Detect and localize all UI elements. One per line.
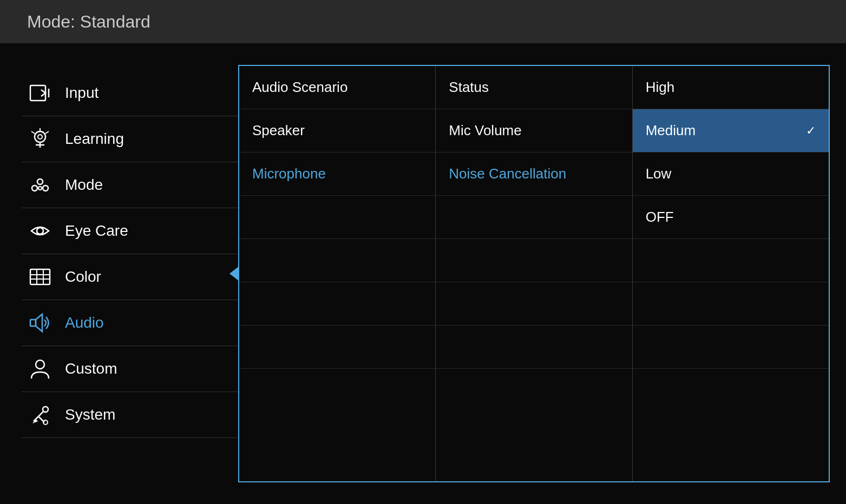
panel-col2: Status Mic Volume Noise Cancellation <box>436 66 632 481</box>
svg-point-9 <box>32 185 37 191</box>
panel-col1: Audio Scenario Speaker Microphone <box>239 66 436 481</box>
mode-icon <box>27 172 53 198</box>
panel-col1-item-2[interactable]: Microphone <box>239 152 435 196</box>
audio-icon <box>27 310 53 336</box>
arrow-indicator <box>229 266 239 281</box>
input-icon <box>27 80 53 106</box>
panel-col2-item-2[interactable]: Noise Cancellation <box>436 152 632 196</box>
panel-area: Audio Scenario Speaker Microphone <box>238 65 830 482</box>
system-icon <box>27 402 53 428</box>
svg-line-7 <box>45 131 49 134</box>
svg-point-11 <box>43 185 48 191</box>
check-icon: ✓ <box>806 124 816 138</box>
panel-col1-item-0[interactable]: Audio Scenario <box>239 66 435 109</box>
panel-col2-item-0[interactable]: Status <box>436 66 632 109</box>
svg-point-2 <box>35 131 45 142</box>
svg-marker-20 <box>36 314 42 331</box>
panel-col1-item-6[interactable] <box>239 326 435 369</box>
sidebar-item-label-custom: Custom <box>65 360 117 377</box>
panel-col3-item-medium[interactable]: Medium ✓ <box>633 109 829 152</box>
sidebar-item-label-learning: Learning <box>65 130 124 148</box>
sidebar-item-label-eye-care: Eye Care <box>65 222 128 240</box>
svg-rect-14 <box>30 269 50 284</box>
svg-point-21 <box>36 360 44 369</box>
panel-col3-item-5[interactable] <box>633 282 829 326</box>
svg-rect-0 <box>30 85 45 101</box>
sidebar-item-eye-care[interactable]: Eye Care <box>22 208 238 254</box>
sidebar: Input Learning <box>22 65 238 482</box>
main-content: Input Learning <box>0 43 846 504</box>
sidebar-item-label-input: Input <box>65 84 99 102</box>
sidebar-item-label-color: Color <box>65 268 101 286</box>
panel-col3: High Medium ✓ Low OFF <box>633 66 829 481</box>
panel-col3-item-4[interactable] <box>633 239 829 282</box>
svg-point-12 <box>38 187 42 190</box>
panel-col2-item-6[interactable] <box>436 326 632 369</box>
panel-col3-medium-inner: Medium ✓ <box>646 122 816 139</box>
sidebar-item-audio[interactable]: Audio <box>22 300 238 346</box>
panel-col3-item-off[interactable]: OFF <box>633 196 829 239</box>
learning-icon <box>27 126 53 152</box>
panel-col3-item-6[interactable] <box>633 326 829 369</box>
sidebar-item-label-mode: Mode <box>65 176 103 194</box>
header-title: Mode: Standard <box>27 12 150 32</box>
panel-col1-item-1[interactable]: Speaker <box>239 109 435 152</box>
panel-col2-item-4[interactable] <box>436 239 632 282</box>
svg-point-13 <box>37 228 43 234</box>
svg-rect-19 <box>30 320 36 326</box>
color-icon <box>27 264 53 290</box>
sidebar-item-color[interactable]: Color <box>22 254 238 300</box>
panel-col2-item-3[interactable] <box>436 196 632 239</box>
panel-col1-item-3[interactable] <box>239 196 435 239</box>
custom-icon <box>27 356 53 382</box>
panel-col1-item-4[interactable] <box>239 239 435 282</box>
svg-point-10 <box>37 179 43 184</box>
sidebar-item-label-audio: Audio <box>65 314 104 331</box>
sidebar-item-learning[interactable]: Learning <box>22 116 238 162</box>
sidebar-item-system[interactable]: System <box>22 392 238 438</box>
sidebar-item-label-system: System <box>65 406 115 423</box>
eye-care-icon <box>27 218 53 244</box>
svg-point-23 <box>43 407 48 412</box>
sidebar-item-mode[interactable]: Mode <box>22 162 238 208</box>
sidebar-item-input[interactable]: Input <box>22 70 238 116</box>
panel-col3-item-low[interactable]: Low <box>633 152 829 196</box>
panel-col3-item-high[interactable]: High <box>633 66 829 109</box>
svg-point-3 <box>38 135 42 139</box>
panel-col2-item-1[interactable]: Mic Volume <box>436 109 632 152</box>
sidebar-item-custom[interactable]: Custom <box>22 346 238 392</box>
panel-col2-item-5[interactable] <box>436 282 632 326</box>
svg-line-6 <box>31 131 35 134</box>
panel-col1-item-5[interactable] <box>239 282 435 326</box>
header-bar: Mode: Standard <box>0 0 846 43</box>
